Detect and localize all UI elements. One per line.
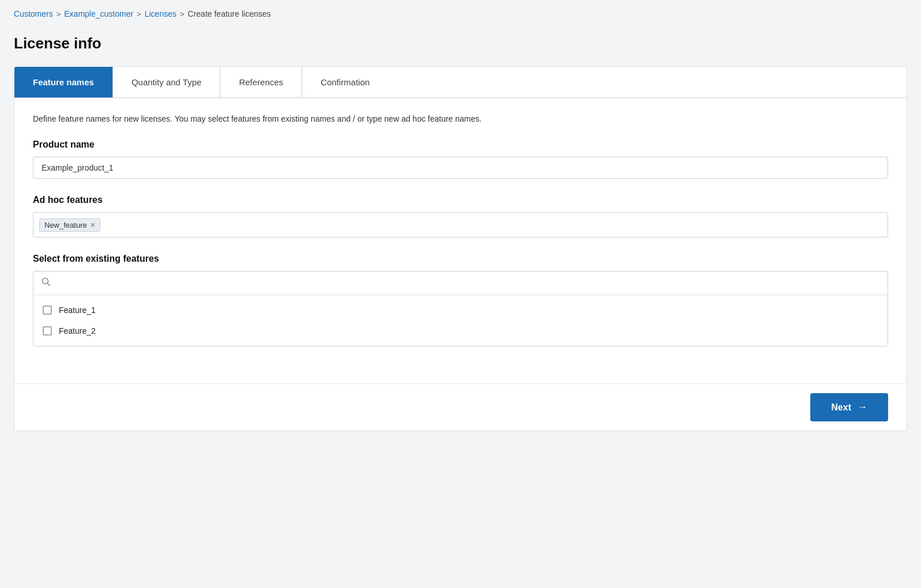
feature-1-label: Feature_1 [59, 306, 96, 315]
tag-new-feature: New_feature × [39, 218, 100, 232]
tab-feature-names[interactable]: Feature names [14, 67, 113, 97]
feature-2-label: Feature_2 [59, 326, 96, 336]
product-name-section: Product name [33, 140, 888, 179]
svg-line-1 [48, 284, 50, 286]
feature-item-2[interactable]: Feature_2 [33, 321, 888, 341]
feature-list: Feature_1 Feature_2 [33, 295, 888, 346]
card-footer: Next → [14, 383, 907, 431]
search-row [33, 272, 888, 295]
card-body: Define feature names for new licenses. Y… [14, 98, 907, 383]
ad-hoc-label: Ad hoc features [33, 195, 888, 205]
existing-features-section: Select from existing features Feature_1 [33, 254, 888, 346]
next-button-label: Next [831, 402, 851, 413]
tag-name: New_feature [44, 221, 87, 229]
tab-quantity-and-type[interactable]: Quantity and Type [113, 67, 220, 97]
tab-references[interactable]: References [220, 67, 302, 97]
main-card: Feature names Quantity and Type Referenc… [14, 66, 907, 431]
breadcrumb-sep-3: > [180, 10, 185, 18]
features-search-input[interactable] [55, 278, 879, 288]
feature-item-1[interactable]: Feature_1 [33, 300, 888, 321]
feature-1-checkbox[interactable] [43, 306, 52, 315]
product-name-input[interactable] [33, 157, 888, 179]
tabs-container: Feature names Quantity and Type Referenc… [14, 67, 907, 98]
breadcrumb-current: Create feature licenses [188, 9, 271, 18]
tag-remove-button[interactable]: × [91, 221, 95, 229]
breadcrumb-sep-1: > [57, 10, 61, 18]
ad-hoc-section: Ad hoc features New_feature × [33, 195, 888, 238]
tab-confirmation[interactable]: Confirmation [302, 67, 388, 97]
ad-hoc-tag-input[interactable]: New_feature × [33, 212, 888, 238]
breadcrumb-sep-2: > [137, 10, 141, 18]
next-arrow-icon: → [857, 401, 867, 413]
page-wrapper: Customers > Example_customer > Licenses … [0, 0, 921, 445]
breadcrumb-customers[interactable]: Customers [14, 9, 53, 18]
existing-features-label: Select from existing features [33, 254, 888, 264]
next-button[interactable]: Next → [810, 393, 888, 421]
breadcrumb-licenses[interactable]: Licenses [145, 9, 176, 18]
description-text: Define feature names for new licenses. Y… [33, 114, 888, 123]
breadcrumb: Customers > Example_customer > Licenses … [14, 9, 907, 18]
feature-2-checkbox[interactable] [43, 326, 52, 336]
breadcrumb-example-customer[interactable]: Example_customer [64, 9, 133, 18]
page-title: License info [14, 35, 907, 52]
features-box: Feature_1 Feature_2 [33, 271, 888, 346]
search-icon [42, 277, 51, 289]
product-name-label: Product name [33, 140, 888, 150]
